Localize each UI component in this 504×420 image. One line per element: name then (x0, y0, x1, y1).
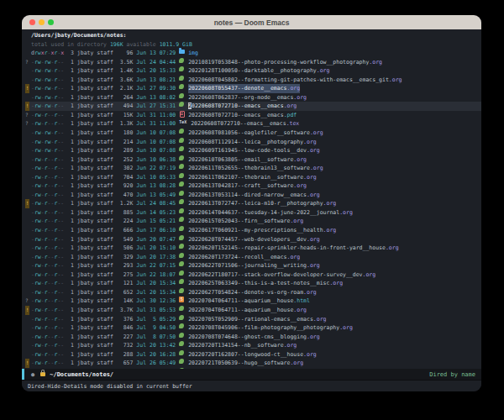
org-icon (179, 173, 185, 179)
file-meta: 1 jbaty staff 549 (64, 235, 136, 244)
filename[interactable]: 20210819T053848--photo-processing-workfl… (188, 59, 369, 66)
dired-row-file[interactable]: -rw-rw-r-- 1 jbaty staff 3.6K Jun 13 08:… (25, 76, 481, 85)
dired-row-file[interactable]: !-rw-r--r-- 1 jbaty staff 3.7K Jul 31 05… (25, 306, 481, 315)
filename[interactable]: 20220625T063349--this-is-a-test-notes__m… (188, 280, 329, 286)
filename[interactable]: 20220704T064711--aquarium__house (188, 307, 293, 313)
file-date: Jun 22 07:19 (136, 164, 176, 173)
dired-row-file[interactable]: -rw-r--r-- 1 jbaty staff 224 Jun 15 05:2… (25, 217, 481, 226)
dired-row-file[interactable]: -rw-r--r-- 1 jbaty staff 376 Jul 5 05:29… (25, 315, 481, 324)
file-extension: .org (307, 333, 320, 340)
close-button-icon[interactable] (29, 19, 35, 25)
dired-row-file[interactable]: -rw-rw-r-- 1 jbaty staff 214 Jun 10 07:0… (25, 138, 481, 147)
titlebar[interactable]: notes — Doom Emacs (22, 15, 481, 29)
filename[interactable]: img (188, 50, 198, 56)
dired-row-file[interactable]: -rw-r--r-- 1 jbaty staff 506 Jul 20 15:1… (25, 244, 481, 253)
dired-row-file[interactable]: ?-rw-rw-r-- 1 jbaty staff 3.5K Jul 24 04… (25, 58, 481, 67)
filename[interactable]: 20220705T052909--rational-emacs__emacs (188, 316, 313, 323)
dired-row-file[interactable]: -rw-r--r-- 1 jbaty staff 470 Jun 13 05:4… (25, 191, 481, 200)
summary-used-value: 196K (110, 41, 123, 48)
dired-row-file[interactable]: -rw-r--r-- 1 jbaty staff 846 Jul 9 04:50… (25, 323, 481, 333)
file-extension: .org (317, 67, 330, 74)
dired-row-file[interactable]: -rw-r--r-- 1 jbaty staff 302 Jun 22 07:1… (25, 164, 481, 173)
filename[interactable]: 20220608T062837--org-mode__emacs (188, 94, 293, 101)
filename[interactable]: 20220620T074457--web-developers__dev (188, 236, 307, 243)
filename[interactable]: 20220620T173724--recoll__emacs (188, 254, 286, 260)
dired-row-file[interactable]: -rw-r--r-- 1 jbaty staff 293 Jun 22 07:1… (25, 261, 481, 270)
dired-row-file[interactable]: ?-rw-r--r-- 1 jbaty staff 1.3K Jul 31 11… (25, 119, 481, 129)
dired-sort-indicator[interactable]: Dired by name (429, 371, 475, 378)
dired-row-file[interactable]: -rw-rw-r-- 1 jbaty staff 289 Jun 10 07:0… (25, 146, 481, 155)
file-extension: .org (303, 351, 317, 358)
filename[interactable]: 20220608T072710--emacs__emacs (188, 102, 284, 109)
zoom-button-icon[interactable] (48, 19, 54, 25)
filename[interactable]: 20220721T050639--hugo__software (188, 360, 290, 366)
dired-row-file[interactable]: -rw-r--r-- 1 jbaty staff 704 Jul 10 05:3… (25, 173, 481, 182)
dired-row-file[interactable]: ?-rw-r--r-- 1 jbaty staff 15K Jul 31 11:… (25, 111, 481, 120)
dired-row-file[interactable]: -rw-r--r-- 1 jbaty staff 732 Jul 20 13:4… (25, 341, 481, 350)
dired-row-file[interactable]: -rw-r--r-- 1 jbaty staff 121 Jul 20 15:3… (25, 279, 481, 288)
fringe (25, 93, 31, 102)
filename[interactable]: 20220609T161945--low-code-tools__dev (188, 147, 307, 154)
file-date: Jul 5 05:29 (136, 315, 176, 324)
dired-row-file[interactable]: -rw-r--r-- 1 jbaty staff 885 Jun 14 05:2… (25, 208, 481, 218)
dired-row-file[interactable]: !-rw-rw-r-- 1 jbaty staff 494 Jul 27 15:… (25, 102, 481, 111)
org-icon (179, 217, 185, 223)
dired-row-file[interactable]: !-rw-r--r-- 1 jbaty staff 657 Jul 26 05:… (25, 359, 481, 368)
fringe (25, 173, 31, 182)
dired-row-file[interactable]: !-rw-r--r-- 1 jbaty staff 1.2K Jul 24 08… (25, 199, 481, 208)
filename[interactable]: 20220611T062107--thebrain__software (188, 174, 303, 181)
filename[interactable]: 20220614T044637--tuesday-14-june-2022__j… (188, 209, 339, 216)
filename[interactable]: 20220622T071506--journaling__writing (188, 262, 307, 269)
permissions: -rw-r--r-- (31, 341, 64, 350)
filename[interactable]: 20220611T052655--thebrain13__software (188, 165, 310, 171)
filename[interactable]: 20220608T045802--formatting-git-patches-… (188, 76, 389, 83)
dired-row-file[interactable]: -rw-r--r-- 1 jbaty staff 652 Jul 20 15:3… (25, 288, 481, 297)
filename[interactable]: 20220610T063805--email__software (188, 156, 293, 163)
permissions: -rw-r--r-- (31, 359, 64, 368)
dired-row-file[interactable]: -rw-r--r-- 1 jbaty staff 549 Jun 20 07:4… (25, 235, 481, 244)
filename[interactable]: 20220622T180717--stack-overflow-develope… (188, 271, 362, 278)
dired-row-file[interactable]: -rw-r--r-- 1 jbaty staff 275 Jun 22 18:0… (25, 270, 481, 280)
dired-row-file[interactable]: -rw-r--r-- 1 jbaty staff 920 Jun 13 08:2… (25, 181, 481, 191)
dired-row-directory[interactable]: drwxr-xr-x 3 jbaty staff 96 Jun 13 07:29… (25, 49, 481, 58)
filename[interactable]: 20220720T162807--longwood-ct__house (188, 351, 303, 358)
filename[interactable]: 20220720T134154--nb__software (188, 342, 284, 349)
filename[interactable]: 20220608T081056--eaglefiler__software (188, 129, 310, 136)
filename[interactable]: 20220615T052043--firn__software (188, 218, 290, 224)
dired-row-file[interactable]: -rw-rw-r-- 1 jbaty staff 180 Jun 10 07:0… (25, 129, 481, 138)
dired-row-file[interactable]: -rw-r--r-- 1 jbaty staff 288 Jul 20 16:2… (25, 350, 481, 360)
org-icon (179, 191, 185, 197)
dired-row-file[interactable]: -rw-r--r-- 1 jbaty staff 329 Jun 20 17:3… (25, 253, 481, 262)
filename[interactable]: 20220613T053114--dired-narrow__emacs (188, 192, 307, 198)
filename[interactable]: 20220620T152145--repair-sprinkler-heads-… (188, 244, 386, 251)
fringe (25, 315, 31, 324)
org-icon (179, 146, 185, 152)
file-meta: 1 jbaty staff 846 (64, 323, 136, 333)
filename[interactable]: 20220708T045906--film-photography__photo… (188, 324, 339, 331)
dired-row-file[interactable]: -rw-r--r-- 1 jbaty staff 666 Jun 17 06:1… (25, 226, 481, 235)
dired-row-file[interactable]: -rw-rw-r-- 1 jbaty staff 1.4K Jul 20 15:… (25, 66, 481, 76)
filename[interactable]: 20220608T072710--emacs__emacs (191, 120, 286, 127)
filename[interactable]: 20220613T042817--craft__software (188, 182, 293, 189)
file-meta: 1 jbaty staff 15K (64, 111, 136, 120)
minimize-button-icon[interactable] (39, 19, 45, 25)
filename[interactable]: 20220128T100050--darktable__photography (188, 67, 317, 74)
dired-row-file[interactable]: -rw-rw-r-- 1 jbaty staff 264 Jun 13 08:0… (25, 93, 481, 102)
file-meta: 1 jbaty staff 14K (64, 297, 136, 306)
filename[interactable]: 20220708T074648--ghost-cms__blogging (188, 333, 307, 340)
org-icon (179, 306, 185, 312)
filename[interactable]: 20220608T055437--denote__emacs (188, 85, 286, 92)
dired-row-file[interactable]: !-rw-rw-r-- 1 jbaty staff 2.1K Jul 27 09… (25, 84, 481, 93)
dired-row-file[interactable]: -rw-r--r-- 1 jbaty staff 227 Jul 8 07:50… (25, 333, 481, 342)
filename[interactable]: 20220613T072747--leica-m10-r__photograph… (188, 200, 323, 207)
filename[interactable]: 20220608T112914--leica__photography (188, 139, 303, 145)
filename[interactable]: 20220617T060921--my-prescriptions__healt… (188, 227, 323, 234)
dired-buffer[interactable]: /Users/jbaty/Documents/notes: total used… (22, 29, 481, 369)
filename[interactable]: 20220704T064711--aquarium__house (188, 297, 293, 304)
file-extension: .org (307, 262, 320, 269)
filename[interactable]: 20220608T072710--emacs__emacs (188, 112, 284, 118)
filename[interactable]: 20220627T054824--denote-vs-org-roam (188, 289, 303, 296)
dired-row-file[interactable]: -rw-r--r-- 1 jbaty staff 252 Jun 10 06:3… (25, 155, 481, 165)
dired-row-file[interactable]: ?-rw-r--r-- 1 jbaty staff 14K Jul 30 12:… (25, 297, 481, 306)
org-icon (179, 333, 185, 339)
